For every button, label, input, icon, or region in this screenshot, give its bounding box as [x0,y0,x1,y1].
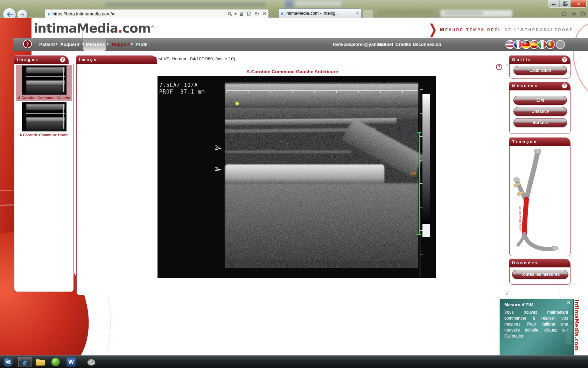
eim-button[interactable]: EIM [513,96,567,105]
settings-button[interactable] [579,10,587,17]
link-credits[interactable]: Crédits [396,38,411,51]
start-button[interactable] [1,357,15,367]
tools-panel-title: Outils [512,57,532,62]
windows-orb-icon [3,357,13,367]
star-icon: ★ [571,10,577,18]
tooltip-watermark-icon: i [564,309,574,351]
calibration-button[interactable]: Calibration [513,66,567,75]
site-logo[interactable]: intimaMedia.com® [34,21,154,35]
back-icon [6,12,13,17]
thumbnail-label[interactable]: A.Carotide Commune Gauche [14,96,74,100]
search-icon[interactable] [226,10,233,18]
nav-bullet-icon [107,43,108,45]
lock-icon [238,10,245,18]
tooltip-body: Vous pouvez maintenant commencer à réali… [504,309,568,339]
nav-separator [56,30,56,38]
us-wedge-white-block [422,224,430,237]
measures-help-button[interactable]: ? [561,83,568,89]
forward-icon [20,13,25,17]
back-button[interactable] [3,8,16,18]
browser-chrome: × e https://beta.intimamedia.com/# ▾ ↻ [0,0,588,18]
image-panel-title: Image [79,57,98,62]
nav-separator [82,30,83,38]
thumbnail-label[interactable]: A.Carotide Commune Droite [14,133,74,137]
nav-separator [107,30,107,38]
tooltip-close-icon[interactable]: × [567,300,570,306]
tools-help-button[interactable]: ? [561,56,568,63]
eim-tooltip: i Mesure d'EIM Vous pouvez maintenant co… [500,299,574,355]
restore-button[interactable] [560,0,571,7]
refresh-icon[interactable]: ↻ [253,10,261,18]
logo-tld: com [122,21,151,35]
yellow-dot-icon [29,105,30,106]
us-depth-label: 20 [411,171,417,176]
us-top-ruler [226,90,418,93]
close-icon: × [577,1,580,6]
images-help-button[interactable]: ? [59,56,66,63]
vertical-brand-watermark: intimaMedia.com [573,300,580,355]
nav-item-patient[interactable]: Patient [39,38,55,51]
minimize-icon [552,4,555,5]
us-grayscale-wedge [422,94,430,224]
extra-flag-icon[interactable] [556,40,565,49]
image-help-button[interactable]: ? [496,64,502,70]
distance-button[interactable]: Distance [513,107,567,116]
ultrasound-image[interactable]: 7.5LA/ 10/A PROF 37.1 mm 2► 3► 20 [158,76,436,278]
link-deconnexion[interactable]: Déconnexion [413,38,441,51]
tagline-part2: de l'Athérosclérose [504,26,573,32]
taskbar-explorer[interactable] [34,357,47,367]
nav-item-profil[interactable]: Profil [135,38,148,51]
tagline-part1: Mesure temps réel [440,26,502,32]
page-content: intimaMedia.com® ❯ Mesure temps réel de … [0,18,588,355]
measurement-bracket-green[interactable] [419,132,420,235]
taskbar-gimp[interactable] [85,357,98,367]
tooltip-title: Mesure d'EIM [504,302,569,307]
surface-button[interactable]: Surface [513,118,567,127]
site-favicon: e [48,11,50,17]
nav-item-acquerir[interactable]: Acquérir [60,38,80,51]
vessel-cap [514,178,519,182]
thumbnail-carotide-gauche[interactable] [22,66,66,95]
gimp-icon [87,358,96,366]
logo-registered: ® [150,25,154,29]
nav-bullet-icon [56,43,57,45]
home-button[interactable] [560,10,568,17]
stop-icon[interactable]: × [261,10,268,18]
nav-help-button[interactable]: ? [23,40,32,48]
minimize-button[interactable] [548,0,560,7]
nav-item-mesures[interactable]: Mesures [86,38,105,51]
data-panel-title: Données [512,261,539,265]
portugal-flag-icon[interactable] [546,40,555,49]
images-panel-title: Images [17,57,39,62]
tab-favicon: e [281,11,283,16]
taskbar-ie[interactable]: e [18,357,31,367]
measures-panel-header: Mesures ? [509,82,570,90]
compatibility-icon[interactable] [245,10,253,18]
images-panel-header: Images ? [14,55,69,64]
address-bar[interactable]: e https://beta.intimamedia.com/# ▾ ↻ × [45,9,269,18]
yellow-dot-marker[interactable] [236,102,239,105]
us-marker-3: 3► [215,166,222,172]
taskbar-media-app[interactable] [49,357,62,367]
browser-tab[interactable]: e IntimaMedia.com - Intellig... × [279,8,361,18]
favorites-button[interactable]: ★ [570,10,578,17]
search-caret-icon[interactable]: ▾ [233,10,238,18]
nav-item-rapport[interactable]: Rapport [112,38,130,51]
us-probe-text: 7.5LA/ 10/A [159,82,198,88]
forward-button[interactable] [17,9,28,18]
tools-panel-header: Outils ? [509,55,570,64]
url-text[interactable]: https://beta.intimamedia.com/# [52,11,114,16]
thumbnail-carotide-droite[interactable] [22,102,66,131]
new-tab-button[interactable] [363,10,373,18]
folder-icon [36,359,45,366]
taskbar-word[interactable]: W [64,357,78,367]
all-measures-button[interactable]: Toutes les mesures [512,270,568,279]
ie-icon: e [23,357,27,367]
close-button[interactable]: × [571,0,586,7]
main-navbar: Patient Acquérir Mesures Rapport Profil … [13,38,588,51]
link-manuel[interactable]: Manuel [377,38,393,51]
tab-close-icon[interactable]: × [356,11,359,16]
nav-bullet-icon [131,43,133,45]
yellow-dot-icon [29,68,30,69]
carotid-diagram[interactable]: © 2011 IntimaMedia.com [511,147,569,254]
